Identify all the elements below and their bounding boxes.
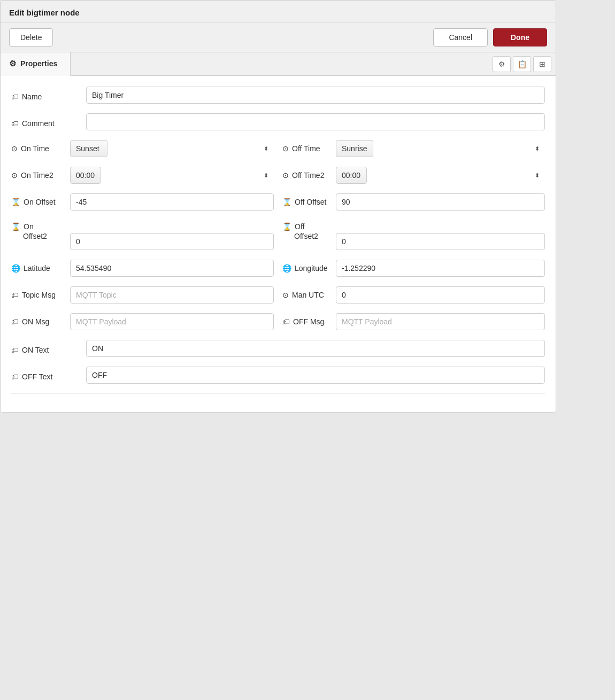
name-tag-icon: 🏷 [11,92,19,101]
longitude-globe-icon: 🌐 [282,264,291,273]
name-input[interactable] [86,87,545,104]
off-offset2-col: ⌛ Off Offset2 [282,220,545,250]
topic-manutc-cols: 🏷 Topic Msg ⊙ Man UTC [11,286,545,304]
off-msg-input[interactable] [336,313,545,330]
man-utc-clock-icon: ⊙ [282,291,289,299]
on-offset2-label-top: ⌛ On [11,222,34,231]
window-title: Edit bigtimer node [9,8,547,17]
on-text-tag-icon: 🏷 [11,346,19,354]
man-utc-label: Man UTC [292,291,324,299]
off-offset2-label-top: ⌛ Off [282,222,304,231]
on-time2-select[interactable]: 00:00 [70,167,101,184]
lat-lon-cols: 🌐 Latitude 🌐 Longitude [11,260,545,277]
longitude-col: 🌐 Longitude [282,260,545,277]
on-offset2-hourglass-icon: ⌛ [11,222,20,231]
form-area: 🏷 Name 🏷 Comment ⊙ On Time [1,76,556,412]
tab-properties-label: Properties [20,59,57,68]
off-time2-label: Off Time2 [292,171,324,180]
comment-row: 🏷 Comment [11,113,545,130]
on-time2-label-cell: ⊙ On Time2 [11,171,70,180]
tab-icon-gear-button[interactable]: ⚙ [493,56,511,72]
delete-button[interactable]: Delete [9,28,53,46]
off-offset2-label-cell: ⌛ Off Offset2 [282,220,336,240]
off-text-row: 🏷 OFF Text [11,367,545,384]
gear-icon: ⚙ [9,59,16,68]
off-time-label-cell: ⊙ Off Time [282,144,336,153]
latitude-input[interactable] [70,260,274,277]
done-button[interactable]: Done [493,28,547,46]
off-time2-select[interactable]: 00:00 [336,167,367,184]
off-time-select[interactable]: Sunrise Sunset Dawn Dusk Fixed [336,140,373,157]
off-time-col: ⊙ Off Time Sunrise Sunset Dawn Dusk Fixe… [282,140,545,157]
tab-icon-doc-button[interactable]: 📋 [513,56,531,72]
lat-lon-row: 🌐 Latitude 🌐 Longitude [11,260,545,277]
topic-msg-input[interactable] [70,286,274,304]
on-time2-select-wrapper: 00:00 [70,167,274,184]
on-msg-label: ON Msg [22,317,49,326]
off-time2-label-cell: ⊙ Off Time2 [282,171,336,180]
on-text-row: 🏷 ON Text [11,340,545,357]
topic-msg-label-cell: 🏷 Topic Msg [11,291,70,299]
longitude-input[interactable] [336,260,545,277]
off-offset2-input[interactable] [336,233,545,250]
on-off-time-row: ⊙ On Time Sunset Sunrise Dawn Dusk Fixed [11,140,545,157]
comment-label: Comment [22,119,55,128]
on-offset-label-cell: ⌛ On Offset [11,198,70,206]
on-off-offset2-cols: ⌛ On Offset2 ⌛ Off Offset2 [11,220,545,250]
on-off-offset-row: ⌛ On Offset ⌛ Off Offset [11,193,545,211]
man-utc-label-cell: ⊙ Man UTC [282,291,336,299]
on-offset-col: ⌛ On Offset [11,193,274,211]
longitude-label-cell: 🌐 Longitude [282,264,336,273]
tab-icon-grid-button[interactable]: ⊞ [533,56,551,72]
topic-manutc-row: 🏷 Topic Msg ⊙ Man UTC [11,286,545,304]
tab-properties[interactable]: ⚙ Properties [1,52,71,76]
on-msg-col: 🏷 ON Msg [11,313,274,330]
man-utc-input[interactable] [336,286,545,304]
name-label: Name [22,92,42,101]
on-msg-tag-icon: 🏷 [11,317,19,326]
on-time2-label: On Time2 [21,171,53,180]
on-time-col: ⊙ On Time Sunset Sunrise Dawn Dusk Fixed [11,140,274,157]
cancel-button[interactable]: Cancel [433,28,488,46]
on-time2-col: ⊙ On Time2 00:00 [11,167,274,184]
man-utc-col: ⊙ Man UTC [282,286,545,304]
topic-msg-tag-icon: 🏷 [11,291,19,299]
toolbar: Delete Cancel Done [1,23,556,52]
on-offset2-input[interactable] [70,233,274,250]
off-offset2-label: Off [295,222,304,231]
on-off-msg-cols: 🏷 ON Msg 🏷 OFF Msg [11,313,545,330]
comment-input[interactable] [86,113,545,130]
off-time-clock-icon: ⊙ [282,144,289,153]
on-time-label-cell: ⊙ On Time [11,144,70,153]
latitude-label: Latitude [24,264,50,273]
on-text-input[interactable] [86,340,545,357]
on-time-select-wrapper: Sunset Sunrise Dawn Dusk Fixed [70,140,274,157]
on-off-offset-cols: ⌛ On Offset ⌛ Off Offset [11,193,545,211]
off-offset-input[interactable] [336,193,545,211]
off-offset2-label2: Offset2 [282,232,318,240]
on-time-select[interactable]: Sunset Sunrise Dawn Dusk Fixed [70,140,107,157]
off-text-label-cell: 🏷 OFF Text [11,369,86,381]
topic-msg-label: Topic Msg [22,291,56,299]
off-msg-col: 🏷 OFF Msg [282,313,545,330]
on-offset-input[interactable] [70,193,274,211]
on-offset2-label-cell: ⌛ On Offset2 [11,220,70,240]
on-msg-input[interactable] [70,313,274,330]
off-msg-label: OFF Msg [293,317,324,326]
off-time-select-wrapper: Sunrise Sunset Dawn Dusk Fixed [336,140,545,157]
on-offset2-label: On [24,222,34,231]
on-off-time2-row: ⊙ On Time2 00:00 ⊙ Off Time2 [11,167,545,184]
name-row: 🏷 Name [11,87,545,104]
off-time-label: Off Time [292,144,320,153]
tab-icons: ⚙ 📋 ⊞ [493,56,556,72]
on-offset-label: On Offset [24,198,56,206]
off-text-label: OFF Text [22,372,52,381]
off-offset-hourglass-icon: ⌛ [282,198,291,206]
extra-row [11,393,545,401]
on-time-clock-icon: ⊙ [11,144,18,153]
off-text-input[interactable] [86,367,545,384]
off-offset-col: ⌛ Off Offset [282,193,545,211]
off-text-tag-icon: 🏷 [11,372,19,381]
on-text-label-cell: 🏷 ON Text [11,343,86,354]
off-offset-label-cell: ⌛ Off Offset [282,198,336,206]
